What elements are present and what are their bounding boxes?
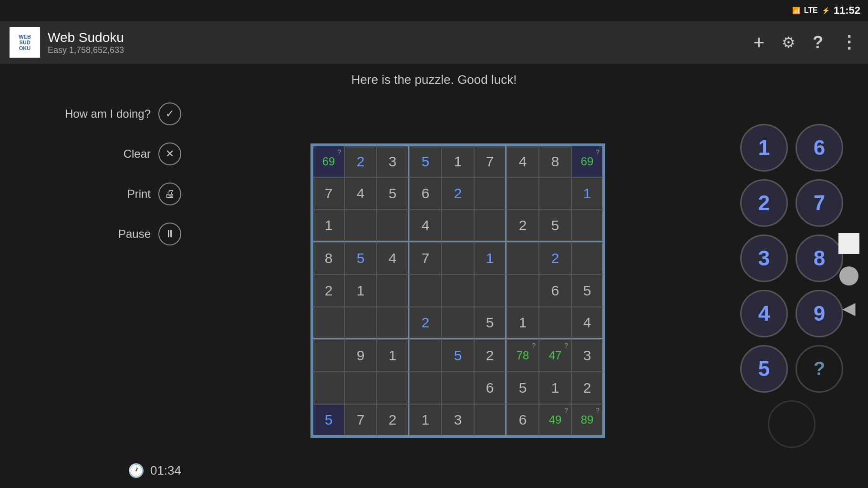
cell-r2-c9[interactable]: 1 (571, 177, 604, 210)
cell-r5-c7[interactable] (506, 274, 539, 307)
cell-r2-c4[interactable]: 6 (409, 177, 442, 210)
cell-r7-c1[interactable] (312, 339, 344, 372)
settings-button[interactable]: ⚙ (782, 33, 796, 51)
cell-r6-c7[interactable]: 1 (506, 307, 539, 339)
cell-r6-c4[interactable]: 2 (409, 307, 442, 339)
cell-r4-c8[interactable]: 2 (539, 242, 571, 274)
numpad-4[interactable]: 4 (740, 290, 788, 337)
cell-r6-c2[interactable] (344, 307, 377, 339)
cell-r2-c8[interactable] (539, 177, 571, 210)
cell-r4-c7[interactable] (506, 242, 539, 274)
cell-r6-c1[interactable] (312, 307, 344, 339)
numpad-empty[interactable] (768, 400, 816, 448)
cell-r1-c3[interactable]: 3 (377, 145, 409, 177)
cell-r7-c7[interactable]: 78? (506, 339, 539, 372)
cell-r3-c9[interactable] (571, 210, 604, 242)
cell-r6-c8[interactable] (539, 307, 571, 339)
cell-r6-c9[interactable]: 4 (571, 307, 604, 339)
cell-r8-c8[interactable]: 1 (539, 372, 571, 404)
cell-r8-c6[interactable]: 6 (474, 372, 506, 404)
cell-r7-c6[interactable]: 2 (474, 339, 506, 372)
cell-r5-c6[interactable] (474, 274, 506, 307)
cell-r8-c5[interactable] (442, 372, 474, 404)
cell-r3-c2[interactable] (344, 210, 377, 242)
cell-r6-c5[interactable] (442, 307, 474, 339)
how-button[interactable]: ✓ (158, 102, 181, 125)
cell-r5-c2[interactable]: 1 (344, 274, 377, 307)
cell-r3-c3[interactable] (377, 210, 409, 242)
cell-r9-c7[interactable]: 6 (506, 404, 539, 437)
numpad-3[interactable]: 3 (740, 234, 788, 282)
cell-r9-c8[interactable]: 49? (539, 404, 571, 437)
white-square-button[interactable] (837, 232, 860, 255)
cell-r2-c7[interactable] (506, 177, 539, 210)
numpad-2[interactable]: 2 (740, 179, 788, 227)
cell-r9-c9[interactable]: 89? (571, 404, 604, 437)
cell-r8-c9[interactable]: 2 (571, 372, 604, 404)
numpad-1[interactable]: 1 (740, 124, 788, 172)
cell-r1-c2[interactable]: 2 (344, 145, 377, 177)
gray-circle-button[interactable] (837, 264, 860, 287)
cell-r1-c9[interactable]: 69? (571, 145, 604, 177)
cell-r3-c6[interactable] (474, 210, 506, 242)
cell-r4-c2[interactable]: 5 (344, 242, 377, 274)
cell-r5-c8[interactable]: 6 (539, 274, 571, 307)
cell-r9-c6[interactable] (474, 404, 506, 437)
add-button[interactable]: + (754, 32, 765, 53)
cell-r7-c3[interactable]: 1 (377, 339, 409, 372)
cell-r9-c4[interactable]: 1 (409, 404, 442, 437)
cell-r8-c2[interactable] (344, 372, 377, 404)
cell-r7-c5[interactable]: 5 (442, 339, 474, 372)
cell-r6-c3[interactable] (377, 307, 409, 339)
cell-r7-c2[interactable]: 9 (344, 339, 377, 372)
cell-r3-c7[interactable]: 2 (506, 210, 539, 242)
cell-value-r2-c9: 1 (583, 185, 591, 202)
cell-r8-c4[interactable] (409, 372, 442, 404)
cell-r6-c6[interactable]: 5 (474, 307, 506, 339)
help-button[interactable]: ? (813, 32, 823, 52)
cell-r1-c6[interactable]: 7 (474, 145, 506, 177)
cell-r9-c1[interactable]: 5 (312, 404, 344, 437)
cell-r5-c9[interactable]: 5 (571, 274, 604, 307)
cell-r7-c4[interactable] (409, 339, 442, 372)
cell-r9-c5[interactable]: 3 (442, 404, 474, 437)
cell-r2-c3[interactable]: 5 (377, 177, 409, 210)
cell-r3-c1[interactable]: 1 (312, 210, 344, 242)
cell-r4-c5[interactable] (442, 242, 474, 274)
cell-r4-c6[interactable]: 1 (474, 242, 506, 274)
cell-r4-c4[interactable]: 7 (409, 242, 442, 274)
cell-r1-c1[interactable]: 69? (312, 145, 344, 177)
cell-r3-c5[interactable] (442, 210, 474, 242)
cell-r2-c2[interactable]: 4 (344, 177, 377, 210)
cell-r8-c1[interactable] (312, 372, 344, 404)
cell-r7-c9[interactable]: 3 (571, 339, 604, 372)
cell-r1-c5[interactable]: 1 (442, 145, 474, 177)
cell-r4-c1[interactable]: 8 (312, 242, 344, 274)
cell-r3-c8[interactable]: 5 (539, 210, 571, 242)
cell-r5-c4[interactable] (409, 274, 442, 307)
cell-r9-c3[interactable]: 2 (377, 404, 409, 437)
cell-r4-c3[interactable]: 4 (377, 242, 409, 274)
cell-r9-c2[interactable]: 7 (344, 404, 377, 437)
cell-r4-c9[interactable] (571, 242, 604, 274)
back-button[interactable]: ◀ (837, 297, 860, 320)
cell-r8-c3[interactable] (377, 372, 409, 404)
clear-button[interactable]: ✕ (158, 142, 181, 165)
cell-r1-c4[interactable]: 5 (409, 145, 442, 177)
cell-r7-c8[interactable]: 47? (539, 339, 571, 372)
numpad-5[interactable]: 5 (740, 345, 788, 393)
pause-button[interactable]: ⏸ (158, 223, 181, 245)
cell-r2-c1[interactable]: 7 (312, 177, 344, 210)
cell-r1-c7[interactable]: 4 (506, 145, 539, 177)
cell-r1-c8[interactable]: 8 (539, 145, 571, 177)
more-button[interactable]: ⋮ (840, 32, 858, 52)
cell-r5-c5[interactable] (442, 274, 474, 307)
cell-r3-c4[interactable]: 4 (409, 210, 442, 242)
cell-r8-c7[interactable]: 5 (506, 372, 539, 404)
print-button[interactable]: 🖨 (158, 183, 181, 205)
cell-r5-c1[interactable]: 2 (312, 274, 344, 307)
cell-r2-c5[interactable]: 2 (442, 177, 474, 210)
cell-r5-c3[interactable] (377, 274, 409, 307)
cell-r2-c6[interactable] (474, 177, 506, 210)
cell-value-r5-c1: 2 (325, 283, 333, 299)
